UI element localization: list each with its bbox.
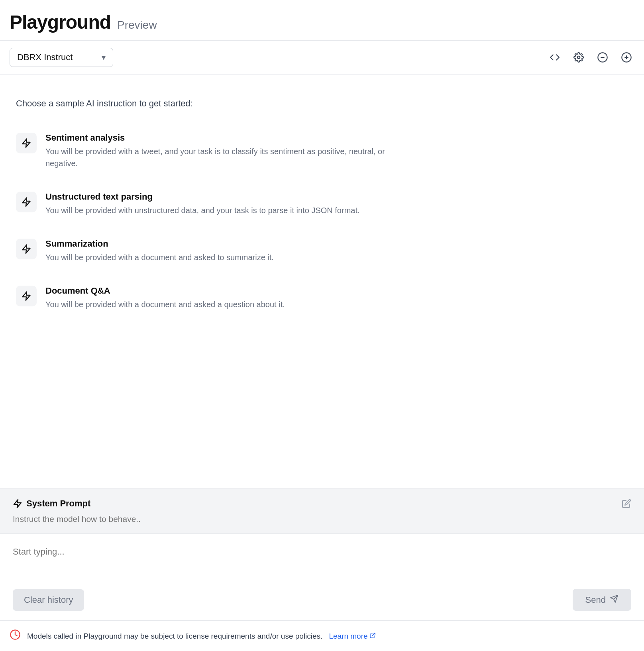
bolt-icon <box>21 138 31 148</box>
sample-title-sentiment: Sentiment analysis <box>45 133 404 143</box>
sample-text-parsing: Unstructured text parsing You will be pr… <box>45 192 360 216</box>
sample-icon-sentiment <box>16 133 37 153</box>
code-icon <box>550 52 560 63</box>
svg-marker-10 <box>14 500 21 508</box>
chevron-down-icon: ▾ <box>102 53 106 62</box>
footer: Models called in Playground may be subje… <box>0 621 644 651</box>
chat-input-section: Clear history Send <box>0 534 644 621</box>
minus-circle-icon <box>597 52 608 63</box>
sample-desc-parsing: You will be provided with unstructured d… <box>45 204 360 216</box>
sample-item-summarization[interactable]: Summarization You will be provided with … <box>16 227 628 275</box>
system-prompt-section: System Prompt <box>0 489 644 534</box>
bolt-icon <box>21 244 31 254</box>
clear-history-button[interactable]: Clear history <box>13 589 84 611</box>
svg-marker-7 <box>22 198 30 206</box>
clock-icon <box>10 629 21 643</box>
svg-marker-9 <box>22 292 30 300</box>
system-prompt-input[interactable] <box>13 514 631 524</box>
sample-title-parsing: Unstructured text parsing <box>45 192 360 202</box>
external-link-icon <box>369 632 376 640</box>
code-view-button[interactable] <box>547 49 563 65</box>
footer-text: Models called in Playground may be subje… <box>27 632 322 641</box>
bolt-icon <box>21 291 31 301</box>
sample-items-list: Sentiment analysis You will be provided … <box>16 122 628 322</box>
svg-marker-8 <box>22 245 30 253</box>
bolt-icon <box>21 197 31 207</box>
svg-line-14 <box>372 633 375 636</box>
sample-text-sentiment: Sentiment analysis You will be provided … <box>45 133 404 169</box>
bolt-icon <box>13 499 22 508</box>
svg-marker-6 <box>22 139 30 147</box>
sample-icon-summarization <box>16 239 37 259</box>
toolbar-actions <box>547 49 634 65</box>
page-title: Playground <box>10 11 111 33</box>
send-arrow-icon <box>610 594 618 605</box>
model-selector-label: DBRX Instruct <box>17 52 97 63</box>
system-prompt-label: System Prompt <box>26 498 90 509</box>
footer-link-label: Learn more <box>329 632 367 641</box>
sample-item-sentiment[interactable]: Sentiment analysis You will be provided … <box>16 122 628 180</box>
svg-point-0 <box>577 56 580 59</box>
system-prompt-title: System Prompt <box>13 498 90 509</box>
plus-circle-icon <box>621 52 632 63</box>
sample-icon-docqa <box>16 286 37 306</box>
system-prompt-header: System Prompt <box>13 498 631 509</box>
sample-desc-sentiment: You will be provided with a tweet, and y… <box>45 145 404 169</box>
decrease-button[interactable] <box>595 49 611 65</box>
increase-button[interactable] <box>618 49 634 65</box>
page-subtitle: Preview <box>117 19 157 31</box>
sample-text-summarization: Summarization You will be provided with … <box>45 239 274 263</box>
system-prompt-edit-button[interactable] <box>622 499 631 508</box>
send-label: Send <box>585 595 606 605</box>
settings-button[interactable] <box>571 49 587 65</box>
pencil-icon <box>622 499 631 508</box>
chat-input[interactable] <box>13 547 631 578</box>
page-header: Playground Preview <box>0 0 644 41</box>
sample-item-parsing[interactable]: Unstructured text parsing You will be pr… <box>16 180 628 227</box>
toolbar: DBRX Instruct ▾ <box>0 41 644 75</box>
main-content: Choose a sample AI instruction to get st… <box>0 75 644 489</box>
sample-item-docqa[interactable]: Document Q&A You will be provided with a… <box>16 275 628 322</box>
sample-desc-docqa: You will be provided with a document and… <box>45 298 285 310</box>
sample-text-docqa: Document Q&A You will be provided with a… <box>45 286 285 310</box>
sample-instruction-label: Choose a sample AI instruction to get st… <box>16 98 628 109</box>
chat-actions: Clear history Send <box>13 589 631 611</box>
gear-icon <box>573 52 584 63</box>
sample-desc-summarization: You will be provided with a document and… <box>45 251 274 263</box>
footer-learn-more-link[interactable]: Learn more <box>329 632 375 641</box>
send-button[interactable]: Send <box>573 589 631 611</box>
sample-title-docqa: Document Q&A <box>45 286 285 296</box>
sample-title-summarization: Summarization <box>45 239 274 249</box>
sample-icon-parsing <box>16 192 37 212</box>
model-selector[interactable]: DBRX Instruct ▾ <box>10 48 113 67</box>
